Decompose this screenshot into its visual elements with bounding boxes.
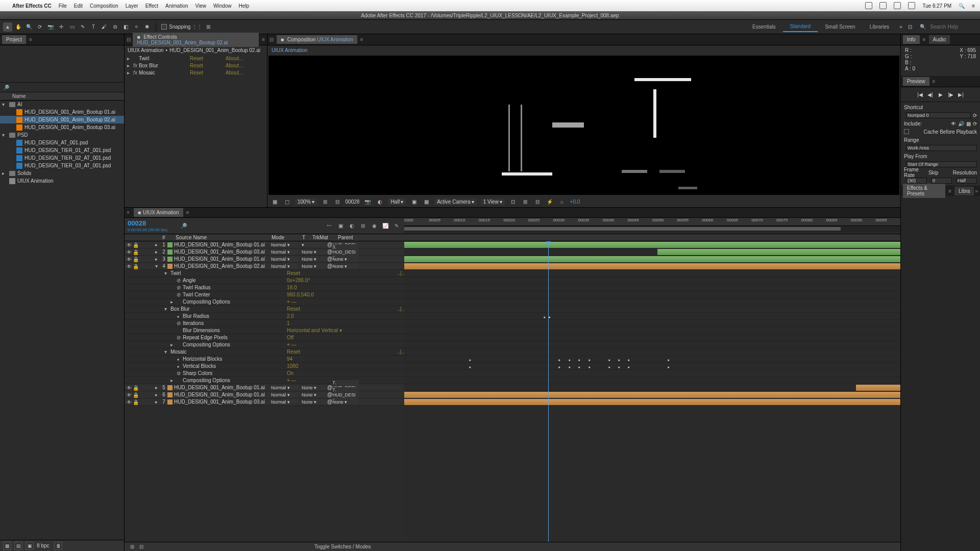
keyframe[interactable]: ⬥	[578, 357, 581, 361]
next-frame-icon[interactable]: |▶	[947, 91, 954, 98]
trkmat-dropdown[interactable]: None ▾	[302, 392, 327, 397]
effect-row[interactable]: ▸fxBox BlurResetAbout...	[125, 62, 267, 69]
track-row[interactable]	[404, 284, 900, 291]
roi-icon[interactable]: ▣	[410, 197, 418, 206]
lock-icon[interactable]: 🔒	[133, 392, 138, 397]
layer-row[interactable]: 👁🔒 ▾ 4 HUD_DESIGN_001_Anim_Bootup 02.ai …	[125, 263, 404, 270]
prev-frame-icon[interactable]: ◀|	[927, 91, 934, 98]
keyframe[interactable]: ⬥	[469, 357, 472, 361]
project-tree[interactable]: ▾AIHUD_DESIGN_001_Anim_Bootup 01.aiHUD_D…	[0, 101, 124, 540]
brush-tool-icon[interactable]: 🖌	[100, 22, 109, 32]
parent-pickwhip-icon[interactable]: @	[327, 263, 332, 269]
visibility-icon[interactable]: 👁	[127, 249, 132, 255]
property-row[interactable]: ▸Compositing Options+ —	[125, 298, 404, 306]
keyframe[interactable]: ⬥	[627, 357, 631, 361]
layer-row[interactable]: 👁🔒 ▸ 7 HUD_DESIGN_001_Anim_Bootup 03.ai …	[125, 398, 404, 406]
parent-dropdown[interactable]: None ▾	[332, 257, 359, 262]
anchor-tool-icon[interactable]: ✛	[57, 22, 66, 32]
libraries-tab[interactable]: Libra	[954, 187, 974, 195]
exposure-value[interactable]: +0.0	[570, 199, 580, 205]
property-row[interactable]: ⊘Twirl Radius18.0	[125, 284, 404, 291]
track-row[interactable]	[404, 334, 900, 341]
project-item[interactable]: UIUX Animation	[0, 177, 124, 185]
parent-pickwhip-icon[interactable]: @	[327, 399, 332, 405]
work-area-bar[interactable]	[404, 226, 900, 232]
trash-icon[interactable]: 🗑	[54, 542, 62, 550]
channel-icon[interactable]: ◐	[376, 197, 384, 206]
new-folder-icon[interactable]: ▤	[14, 542, 22, 550]
track-row[interactable]	[404, 270, 900, 277]
reso-dropdown[interactable]: Half	[956, 178, 977, 184]
shortcut-dropdown[interactable]: Numpad 0	[906, 112, 971, 118]
zoom-tool-icon[interactable]: 🔍	[24, 22, 34, 32]
property-row[interactable]: ⬥Vertical Blocks1080	[125, 363, 404, 370]
graph-editor-icon[interactable]: 📈	[381, 221, 390, 231]
visibility-icon[interactable]: 👁	[127, 264, 132, 269]
range-dropdown[interactable]: Work Area	[906, 145, 977, 151]
comp-mini-flowchart-icon[interactable]: ⬳	[325, 221, 334, 231]
playhead[interactable]	[548, 241, 549, 542]
spotlight-icon[interactable]: 🔍	[959, 3, 965, 9]
track-row[interactable]	[404, 370, 900, 377]
lock-icon[interactable]: 🔒	[133, 385, 138, 390]
keyframe[interactable]: ⬥	[588, 357, 592, 361]
project-tab[interactable]: Project	[2, 35, 26, 44]
menu-icon[interactable]: ≡	[972, 3, 975, 9]
keyframe[interactable]: ⬥	[548, 314, 552, 318]
skip-dropdown[interactable]: 0	[931, 178, 952, 184]
audio-tab[interactable]: Audio	[929, 35, 950, 44]
keyframe[interactable]: ⬥	[558, 357, 561, 361]
view-opt-icon[interactable]: ⊡	[509, 197, 517, 206]
layer-clip[interactable]	[657, 249, 900, 255]
visibility-icon[interactable]: 👁	[127, 257, 132, 262]
property-row[interactable]: ⊘Angle0x+286.0°	[125, 277, 404, 284]
effect-row[interactable]: ▸fxMosaicResetAbout...	[125, 69, 267, 76]
alpha-icon[interactable]: ▦	[271, 197, 279, 206]
snapshot-icon[interactable]: 📷	[363, 197, 372, 206]
track-row[interactable]	[404, 348, 900, 356]
twirl-icon[interactable]: ▸	[155, 385, 160, 390]
roto-tool-icon[interactable]: ✧	[132, 22, 141, 32]
status-icon[interactable]	[865, 2, 872, 9]
track-row[interactable]	[404, 341, 900, 348]
track-row[interactable]: ⬥⬥	[404, 313, 900, 320]
layer-clip[interactable]	[404, 399, 900, 405]
menu-help[interactable]: Help	[239, 3, 250, 9]
panel-menu-icon[interactable]: ≡	[933, 79, 936, 84]
rotate-tool-icon[interactable]: ⟳	[35, 22, 44, 32]
resolution-dropdown[interactable]: Half▾	[388, 198, 406, 205]
trkmat-dropdown[interactable]: None ▾	[302, 249, 327, 255]
keyframe[interactable]: ⬥	[608, 357, 611, 361]
parent-dropdown[interactable]: None ▾	[332, 264, 359, 269]
menubar-clock[interactable]: Tue 6:27 PM	[922, 3, 951, 9]
layer-row[interactable]: 👁🔒 ▸ 6 HUD_DESIGN_001_Anim_Bootup 01.ai …	[125, 391, 404, 398]
mask-icon[interactable]: ▢	[283, 197, 291, 206]
camera-tool-icon[interactable]: 📷	[46, 22, 55, 32]
clone-tool-icon[interactable]: ⧉	[110, 22, 119, 32]
cache-checkbox[interactable]	[904, 129, 909, 134]
loop-icon[interactable]: ⟳	[973, 113, 977, 118]
fast-preview-icon[interactable]: ⚡	[546, 197, 554, 206]
menu-effect[interactable]: Effect	[145, 3, 158, 9]
effects-presets-tab[interactable]: Effects & Presets	[903, 184, 945, 198]
keyframe[interactable]: ⬥	[568, 357, 572, 361]
interpret-footage-icon[interactable]: ▦	[3, 542, 11, 550]
track-row[interactable]: ⬥⬥⬥⬥⬥⬥⬥⬥⬥	[404, 356, 900, 363]
grid-icon[interactable]: ⊟	[333, 197, 341, 206]
camera-dropdown[interactable]: Active Camera▾	[434, 198, 477, 205]
track-row[interactable]	[404, 320, 900, 327]
project-item[interactable]: HUD_DESIGN_001_Anim_Bootup 03.ai	[0, 123, 124, 131]
menu-animation[interactable]: Animation	[165, 3, 188, 9]
layer-color[interactable]	[167, 249, 173, 255]
layer-clip[interactable]	[404, 392, 900, 398]
property-row[interactable]: ⊘Twirl Center960.0,540.0	[125, 291, 404, 298]
blend-mode-dropdown[interactable]: Normal ▾	[271, 257, 298, 262]
brainstorm-icon[interactable]: ✎	[392, 221, 401, 231]
res-icon[interactable]: ⊞	[321, 197, 329, 206]
blend-mode-dropdown[interactable]: Normal ▾	[271, 264, 298, 269]
blend-mode-dropdown[interactable]: Normal ▾	[271, 399, 298, 405]
keyframe[interactable]: ⬥	[469, 364, 472, 368]
workspace-libraries[interactable]: Libraries	[863, 22, 896, 32]
toggle-switches-icon[interactable]: ⊟	[137, 542, 146, 552]
track-area[interactable]: ⬥⬥⬥⬥⬥⬥⬥⬥⬥⬥⬥⬥⬥⬥⬥⬥⬥⬥⬥⬥	[404, 241, 900, 542]
